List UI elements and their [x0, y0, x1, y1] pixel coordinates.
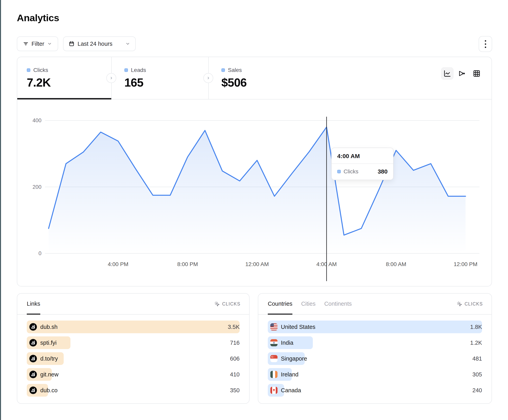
links-list: dub.sh 3.5K spti.fyi 716 d.to/try 606: [17, 315, 249, 397]
links-metric-column-button[interactable]: CLICKS: [214, 301, 240, 307]
country-label: India: [281, 340, 293, 346]
link-clicks-value: 3.5K: [228, 324, 240, 330]
links-metric-header: CLICKS: [222, 301, 240, 307]
country-row[interactable]: United States 1.8K: [268, 320, 482, 333]
chart-tooltip: 4:00 AM Clicks 380: [331, 148, 394, 180]
tooltip-time: 4:00 AM: [332, 148, 393, 164]
link-label: git.new: [40, 371, 59, 378]
country-clicks-value: 481: [472, 355, 482, 362]
filter-button[interactable]: Filter: [17, 36, 58, 51]
link-label: spti.fyi: [40, 340, 57, 346]
links-panel-header: Links CLICKS: [17, 294, 249, 315]
dub-logo-icon: [29, 339, 37, 347]
svg-text:12:00 PM: 12:00 PM: [454, 261, 478, 267]
country-row[interactable]: India 1.2K: [268, 336, 482, 349]
country-clicks-value: 1.8K: [470, 324, 482, 330]
chevron-down-icon: [47, 41, 52, 46]
link-clicks-value: 716: [230, 340, 240, 346]
country-clicks-value: 1.2K: [470, 340, 482, 346]
kebab-vertical-icon: [485, 40, 486, 42]
country-row[interactable]: Canada 240: [268, 384, 482, 397]
dub-logo-icon: [29, 355, 37, 362]
countries-panel-header: Countries Cities Continents CLICKS: [258, 294, 492, 315]
link-clicks-value: 350: [230, 387, 240, 394]
link-row[interactable]: dub.co 350: [27, 384, 240, 397]
chevron-down-icon: [125, 41, 130, 46]
country-row[interactable]: Singapore 481: [268, 352, 482, 365]
country-clicks-value: 240: [472, 387, 482, 394]
page-title: Analytics: [17, 12, 59, 23]
link-clicks-value: 410: [230, 371, 240, 378]
tab-countries[interactable]: Countries: [268, 294, 292, 315]
analytics-page: Analytics Filter Last 24 hours Clicks 7.…: [0, 0, 508, 420]
countries-list: United States 1.8K India 1.2K: [258, 315, 492, 397]
country-label: Ireland: [281, 371, 299, 378]
dub-logo-icon: [29, 371, 37, 378]
flag-canada-icon: [270, 387, 277, 394]
svg-text:8:00 PM: 8:00 PM: [177, 261, 198, 267]
cursor-click-icon: [457, 301, 462, 307]
link-row[interactable]: spti.fyi 716: [27, 336, 240, 349]
tab-continents[interactable]: Continents: [324, 294, 352, 315]
link-label: d.to/try: [40, 355, 58, 362]
countries-metric-header: CLICKS: [464, 301, 483, 307]
link-row[interactable]: d.to/try 606: [27, 352, 240, 365]
link-clicks-value: 606: [230, 355, 240, 362]
tab-cities[interactable]: Cities: [301, 294, 316, 315]
country-label: Canada: [281, 387, 301, 394]
flag-singapore-icon: [270, 355, 277, 362]
more-options-button[interactable]: [479, 36, 492, 52]
countries-panel: Countries Cities Continents CLICKS: [258, 293, 492, 404]
expand-leads-sales-button[interactable]: [203, 73, 213, 83]
svg-text:8:00 AM: 8:00 AM: [386, 261, 406, 267]
country-clicks-value: 305: [472, 371, 482, 378]
dub-logo-icon: [29, 386, 37, 394]
country-label: United States: [281, 324, 315, 330]
country-row[interactable]: Ireland 305: [268, 368, 482, 381]
flag-ireland-icon: [270, 371, 277, 378]
flag-india-icon: [270, 339, 277, 346]
link-row[interactable]: git.new 410: [27, 368, 240, 381]
filter-button-label: Filter: [31, 41, 44, 47]
filter-lines-icon: [23, 41, 29, 47]
link-row[interactable]: dub.sh 3.5K: [27, 320, 240, 333]
svg-text:200: 200: [32, 184, 41, 190]
date-range-label: Last 24 hours: [78, 41, 112, 47]
svg-text:4:00 PM: 4:00 PM: [108, 261, 128, 267]
chevron-right-icon: [206, 76, 210, 80]
country-label: Singapore: [281, 355, 307, 362]
tooltip-series-label: Clicks: [344, 168, 359, 175]
expand-clicks-leads-button[interactable]: [106, 73, 116, 83]
clicks-chart[interactable]: 02004004:00 PM8:00 PM12:00 AM4:00 AM8:00…: [17, 57, 492, 287]
analytics-chart-card: Clicks 7.2K Leads 165 Sales $506: [17, 57, 492, 286]
left-accent-stripe: [0, 0, 1, 420]
link-label: dub.co: [40, 387, 58, 394]
links-panel: Links CLICKS dub.sh 3.5K spti.fy: [17, 293, 250, 404]
chevron-right-icon: [109, 76, 113, 80]
date-range-button[interactable]: Last 24 hours: [63, 36, 136, 51]
cursor-click-icon: [214, 301, 220, 307]
countries-metric-column-button[interactable]: CLICKS: [457, 301, 483, 307]
tooltip-value: 380: [378, 168, 388, 175]
svg-text:0: 0: [38, 250, 41, 256]
dub-logo-icon: [29, 323, 37, 331]
calendar-icon: [69, 41, 75, 47]
link-label: dub.sh: [40, 324, 58, 330]
tooltip-legend-square-icon: [337, 170, 341, 173]
tab-links[interactable]: Links: [27, 294, 40, 315]
svg-text:400: 400: [32, 117, 41, 123]
flag-united-states-icon: [270, 323, 277, 330]
svg-text:12:00 AM: 12:00 AM: [245, 261, 269, 267]
